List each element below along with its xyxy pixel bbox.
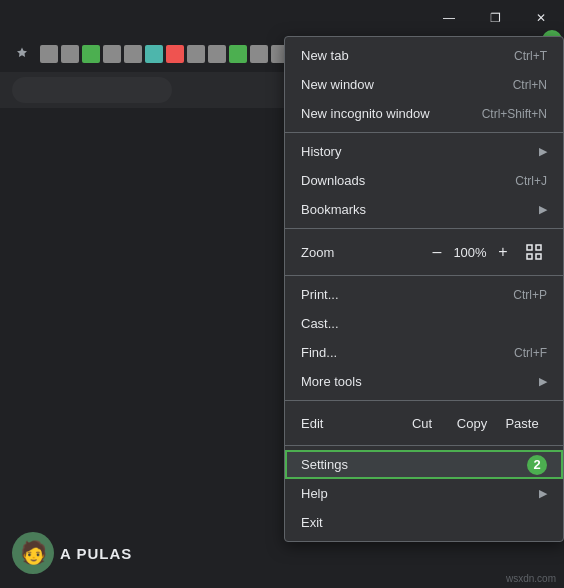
- svg-rect-3: [527, 245, 532, 250]
- menu-item-new-window[interactable]: New window Ctrl+N: [285, 70, 563, 99]
- menu-divider-2: [285, 228, 563, 229]
- edit-label: Edit: [301, 416, 397, 431]
- color-swatch: [250, 45, 268, 63]
- bookmark-star-icon[interactable]: [8, 40, 36, 68]
- menu-item-print[interactable]: Print... Ctrl+P: [285, 280, 563, 309]
- color-swatch: [229, 45, 247, 63]
- menu-divider-5: [285, 445, 563, 446]
- menu-item-new-incognito[interactable]: New incognito window Ctrl+Shift+N: [285, 99, 563, 128]
- color-swatch: [103, 45, 121, 63]
- color-swatch: [166, 45, 184, 63]
- badge-2: 2: [527, 455, 547, 475]
- logo-icon: 🧑: [12, 532, 54, 574]
- zoom-row: Zoom – 100% +: [285, 233, 563, 271]
- address-bar[interactable]: [12, 77, 172, 103]
- menu-item-cast[interactable]: Cast...: [285, 309, 563, 338]
- zoom-minus-button[interactable]: –: [423, 239, 451, 265]
- logo-area: 🧑 A PULAS: [12, 532, 132, 574]
- cut-button[interactable]: Cut: [397, 409, 447, 437]
- color-swatch: [145, 45, 163, 63]
- color-swatch: [61, 45, 79, 63]
- menu-item-help[interactable]: Help ▶: [285, 479, 563, 508]
- zoom-plus-button[interactable]: +: [489, 239, 517, 265]
- context-menu: New tab Ctrl+T New window Ctrl+N New inc…: [284, 36, 564, 542]
- minimize-button[interactable]: —: [426, 0, 472, 36]
- title-bar: — ❐ ✕: [0, 0, 564, 36]
- menu-item-new-tab[interactable]: New tab Ctrl+T: [285, 41, 563, 70]
- menu-divider-4: [285, 400, 563, 401]
- color-swatch: [208, 45, 226, 63]
- title-bar-controls: — ❐ ✕: [426, 0, 564, 36]
- svg-rect-4: [536, 245, 541, 250]
- menu-item-bookmarks[interactable]: Bookmarks ▶: [285, 195, 563, 224]
- copy-button[interactable]: Copy: [447, 409, 497, 437]
- menu-item-history[interactable]: History ▶: [285, 137, 563, 166]
- svg-rect-5: [527, 254, 532, 259]
- zoom-fullscreen-button[interactable]: [521, 239, 547, 265]
- color-swatch: [40, 45, 58, 63]
- color-swatch: [82, 45, 100, 63]
- menu-item-exit[interactable]: Exit: [285, 508, 563, 537]
- menu-item-settings[interactable]: Settings 2: [285, 450, 563, 479]
- menu-divider-1: [285, 132, 563, 133]
- menu-item-more-tools[interactable]: More tools ▶: [285, 367, 563, 396]
- edit-row: Edit Cut Copy Paste: [285, 405, 563, 441]
- menu-item-find[interactable]: Find... Ctrl+F: [285, 338, 563, 367]
- logo-text: A PULAS: [60, 545, 132, 562]
- watermark: wsxdn.com: [506, 573, 556, 584]
- color-swatch: [124, 45, 142, 63]
- menu-divider-3: [285, 275, 563, 276]
- menu-item-downloads[interactable]: Downloads Ctrl+J: [285, 166, 563, 195]
- restore-button[interactable]: ❐: [472, 0, 518, 36]
- svg-rect-6: [536, 254, 541, 259]
- zoom-value: 100%: [451, 245, 489, 260]
- color-swatch: [187, 45, 205, 63]
- paste-button[interactable]: Paste: [497, 409, 547, 437]
